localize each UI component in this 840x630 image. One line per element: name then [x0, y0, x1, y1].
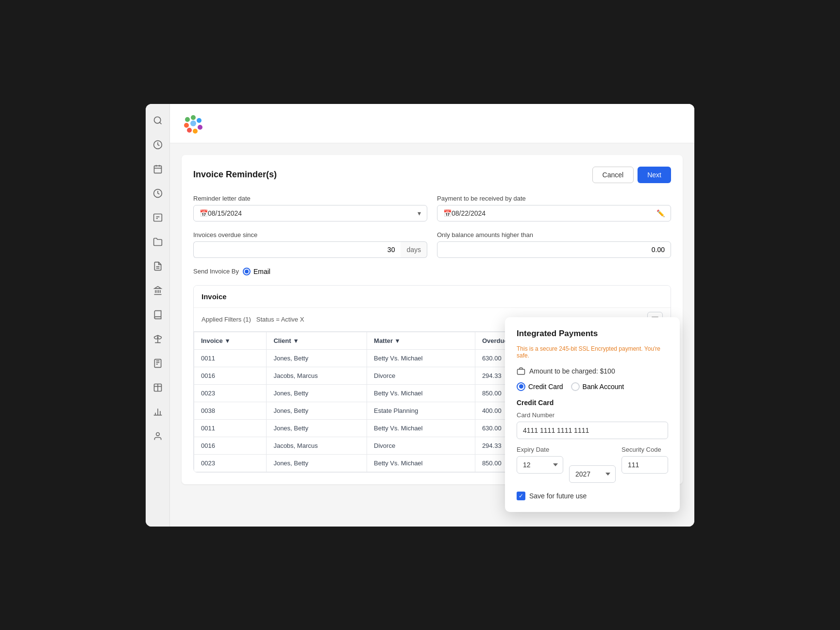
svg-marker-16: [154, 286, 161, 288]
app-logo: [182, 112, 205, 135]
balance-label: Only balance amounts higher than: [437, 231, 671, 238]
expiry-year-label: [569, 455, 616, 462]
expiry-label: Expiry Date: [517, 446, 563, 453]
filter-value: Status = Active X: [256, 316, 304, 323]
svg-point-31: [197, 118, 202, 123]
chart-icon[interactable]: [151, 405, 165, 419]
email-label: Email: [253, 268, 270, 275]
app-window: Invoice Reminder(s) Cancel Next Reminder…: [146, 104, 694, 527]
svg-rect-3: [154, 166, 161, 173]
overdue-since-group: Invoices overdue since days: [193, 231, 427, 258]
amount-label: Amount to be charged: $100: [529, 367, 615, 375]
calendar-icon-small: 📅: [200, 209, 208, 217]
col-client[interactable]: Client ▾: [267, 332, 367, 349]
col-invoice[interactable]: Invoice ▾: [194, 332, 267, 349]
app-header: [170, 104, 694, 143]
svg-rect-8: [153, 214, 162, 221]
balance-input[interactable]: [437, 241, 671, 258]
edit-icon[interactable]: ✏️: [656, 209, 665, 217]
library-icon[interactable]: [151, 308, 165, 322]
contacts-icon[interactable]: [151, 211, 165, 224]
calendar-icon-small2: 📅: [443, 209, 452, 217]
cell-invoice: 0011: [194, 349, 267, 367]
folder-icon[interactable]: [151, 235, 165, 249]
payment-date-group: Payment to be received by date 📅 08/22/2…: [437, 195, 671, 221]
bank-account-radio[interactable]: [571, 382, 580, 391]
amount-row: Amount to be charged: $100: [517, 367, 668, 375]
credit-card-label: Credit Card: [528, 383, 563, 391]
security-code-label: Security Code: [622, 446, 668, 453]
balance-group: Only balance amounts higher than: [437, 231, 671, 258]
scales-icon[interactable]: [151, 332, 165, 346]
cell-matter: Divorce: [367, 437, 475, 454]
expiry-month-select[interactable]: 12: [517, 456, 563, 474]
svg-point-37: [190, 120, 196, 126]
credit-card-option[interactable]: Credit Card: [517, 382, 563, 391]
svg-point-35: [184, 123, 189, 128]
email-option[interactable]: Email: [243, 268, 270, 275]
svg-point-33: [193, 129, 198, 134]
action-buttons: Cancel Next: [592, 167, 671, 183]
cell-client: Jacobs, Marcus: [267, 367, 367, 384]
form-grid: Reminder letter date 📅 08/15/2024 ▾ Paym…: [193, 195, 671, 258]
expiry-year-select[interactable]: 2027: [569, 465, 616, 483]
security-code-input[interactable]: [622, 456, 668, 474]
overdue-since-input[interactable]: [193, 241, 401, 258]
cell-client: Jones, Betty: [267, 384, 367, 402]
overdue-since-label: Invoices overdue since: [193, 231, 427, 238]
cell-client: Jones, Betty: [267, 419, 367, 437]
payment-date-value: 08/22/2024: [452, 209, 486, 217]
svg-point-30: [191, 115, 196, 120]
calendar-icon[interactable]: [151, 162, 165, 176]
cell-invoice: 0016: [194, 367, 267, 384]
payment-type-row: Credit Card Bank Account: [517, 382, 668, 391]
cancel-button[interactable]: Cancel: [592, 167, 634, 183]
cell-invoice: 0038: [194, 402, 267, 419]
payment-date-select[interactable]: 📅 08/22/2024 ✏️: [437, 205, 671, 221]
card-number-group: Card Number: [517, 411, 668, 439]
calculator-icon[interactable]: [151, 357, 165, 370]
document-icon[interactable]: [151, 259, 165, 273]
col-matter[interactable]: Matter ▾: [367, 332, 475, 349]
clock-icon[interactable]: [151, 138, 165, 152]
search-icon[interactable]: [151, 114, 165, 127]
cell-client: Jones, Betty: [267, 402, 367, 419]
save-row: Save for future use: [517, 492, 668, 500]
svg-point-34: [187, 128, 192, 133]
card-number-label: Card Number: [517, 411, 668, 419]
send-invoice-by-group: Send Invoice By Email: [193, 268, 671, 275]
svg-point-32: [198, 125, 202, 130]
invoice-section-title: Invoice: [194, 286, 671, 307]
cell-invoice: 0023: [194, 384, 267, 402]
cell-matter: Estate Planning: [367, 402, 475, 419]
secure-text: This is a secure 245-bit SSL Encrypted p…: [517, 345, 668, 359]
card-number-input[interactable]: [517, 422, 668, 439]
cell-invoice: 0011: [194, 419, 267, 437]
page-title: Invoice Reminder(s): [193, 170, 277, 180]
cell-client: Jones, Betty: [267, 349, 367, 367]
card-header: Invoice Reminder(s) Cancel Next: [193, 167, 671, 183]
save-checkbox[interactable]: [517, 492, 525, 500]
credit-card-section-label: Credit Card: [517, 399, 668, 407]
email-radio[interactable]: [243, 268, 251, 275]
expiry-year-group: 2027: [569, 455, 616, 483]
table-icon[interactable]: [151, 381, 165, 394]
bank-account-label: Bank Account: [583, 383, 624, 391]
bank-account-option[interactable]: Bank Account: [571, 382, 624, 391]
reminder-date-group: Reminder letter date 📅 08/15/2024 ▾: [193, 195, 427, 221]
credit-card-radio[interactable]: [517, 382, 525, 391]
overdue-since-input-wrapper: days: [193, 241, 427, 258]
cell-matter: Betty Vs. Michael: [367, 419, 475, 437]
svg-point-0: [154, 117, 160, 123]
dashboard-icon[interactable]: [151, 187, 165, 200]
filter-text: Applied Filters (1) Status = Active X: [202, 316, 304, 323]
cell-client: Jones, Betty: [267, 454, 367, 472]
bank-icon[interactable]: [151, 284, 165, 297]
person-icon[interactable]: [151, 429, 165, 443]
sidebar: [146, 104, 170, 527]
reminder-date-select[interactable]: 📅 08/15/2024 ▾: [193, 205, 427, 221]
overdue-since-suffix: days: [401, 241, 427, 258]
next-button[interactable]: Next: [638, 167, 671, 183]
cell-matter: Betty Vs. Michael: [367, 454, 475, 472]
expiry-security-row: Expiry Date 12 2027 Security Code: [517, 446, 668, 490]
